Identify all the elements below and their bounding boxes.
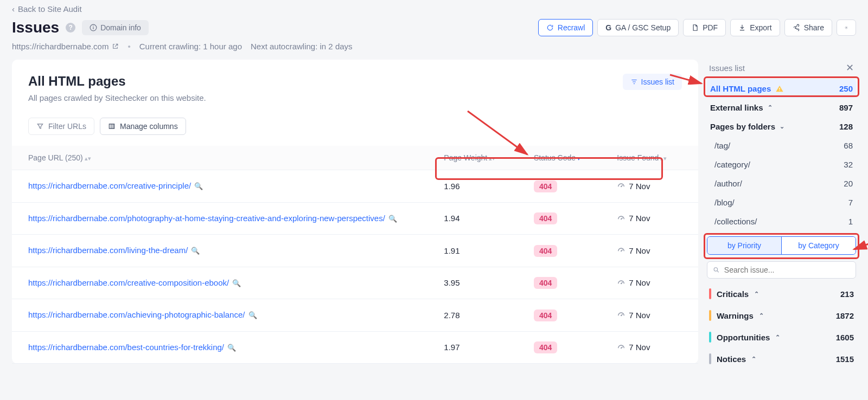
table-row[interactable]: https://richardbernabe.com/achieving-pho… <box>12 299 698 332</box>
col-weight-header[interactable]: Page Weight▴▾ <box>437 146 527 170</box>
side-external-links[interactable]: External links⌃ 897 <box>707 98 856 117</box>
svg-point-18 <box>780 90 780 91</box>
issue-date: 7 Nov <box>629 311 650 320</box>
external-link-icon <box>112 43 119 50</box>
folder-row[interactable]: /category/32 <box>711 155 856 174</box>
folder-row[interactable]: /author/20 <box>711 174 856 193</box>
severity-bar <box>709 332 711 343</box>
severity-bar <box>709 353 711 364</box>
chevron-up-icon: ⌃ <box>754 291 759 298</box>
next-crawl: Next autocrawling: in 2 days <box>251 42 353 51</box>
svg-line-20 <box>717 271 719 273</box>
page-url-link[interactable]: https://richardbernabe.com/creative-prin… <box>28 181 191 190</box>
share-button[interactable]: Share <box>784 19 832 36</box>
search-icon[interactable]: 🔍 <box>232 279 241 287</box>
sort-icon: ▴▾ <box>489 157 495 160</box>
issue-date: 7 Nov <box>629 278 650 287</box>
filter-urls-button[interactable]: Filter URLs <box>28 118 94 135</box>
share-icon <box>793 24 800 31</box>
svg-rect-17 <box>780 88 780 89</box>
side-pages-by-folders[interactable]: Pages by folders⌄ 128 <box>707 117 856 136</box>
back-link[interactable]: ‹ Back to Site Audit <box>12 4 82 14</box>
download-icon <box>738 24 746 31</box>
close-icon[interactable]: ✕ <box>846 62 854 74</box>
svg-point-5 <box>621 186 622 188</box>
seg-by-priority[interactable]: by Priority <box>707 237 781 254</box>
domain-info-button[interactable]: Domain info <box>82 20 149 35</box>
page-weight-cell: 1.97 <box>437 331 527 364</box>
page-weight-cell: 1.94 <box>437 202 527 235</box>
pdf-button[interactable]: PDF <box>683 19 726 36</box>
search-issue-input[interactable] <box>707 261 856 279</box>
chevron-down-icon: ▾ <box>577 157 580 160</box>
severity-row[interactable]: Warnings⌃1872 <box>707 305 856 326</box>
status-badge: 404 <box>534 245 557 257</box>
page-weight-cell: 2.78 <box>437 299 527 332</box>
issue-date: 7 Nov <box>629 214 650 223</box>
side-all-html[interactable]: All HTML pages 250 <box>707 79 856 98</box>
table-row[interactable]: https://richardbernabe.com/creative-comp… <box>12 267 698 299</box>
status-badge: 404 <box>534 309 557 321</box>
settings-button[interactable] <box>837 20 856 36</box>
sort-icon: ▴▾ <box>85 157 91 160</box>
issue-date: 7 Nov <box>629 182 650 191</box>
table-row[interactable]: https://richardbernabe.com/photography-a… <box>12 202 698 235</box>
manage-columns-button[interactable]: Manage columns <box>100 118 186 135</box>
site-url-link[interactable]: https://richardbernabe.com <box>12 42 119 51</box>
search-icon[interactable]: 🔍 <box>191 247 200 255</box>
search-icon[interactable]: 🔍 <box>388 215 397 223</box>
page-url-link[interactable]: https://richardbernabe.com/best-countrie… <box>28 343 224 352</box>
google-icon: G <box>605 23 611 32</box>
page-header: Issues ? Domain info Recrawl G GA / GSC … <box>12 19 856 36</box>
table-row[interactable]: https://richardbernabe.com/best-countrie… <box>12 331 698 364</box>
search-icon[interactable]: 🔍 <box>194 182 203 190</box>
gauge-icon <box>617 343 626 352</box>
status-badge: 404 <box>534 341 557 353</box>
col-status-header[interactable]: Status Code▾ <box>527 146 610 170</box>
col-issue-header[interactable]: Issue Found▴▾ <box>610 146 698 170</box>
side-title: Issues list <box>709 63 745 73</box>
col-url-header[interactable]: Page URL (250)▴▾ <box>12 146 437 170</box>
svg-point-11 <box>621 283 622 284</box>
page-title: Issues <box>12 19 59 36</box>
search-icon[interactable]: 🔍 <box>227 344 236 352</box>
pdf-icon <box>691 24 699 31</box>
table-row[interactable]: https://richardbernabe.com/living-the-dr… <box>12 235 698 267</box>
ga-gsc-button[interactable]: G GA / GSC Setup <box>597 19 679 36</box>
gauge-icon <box>617 311 626 319</box>
seg-by-category[interactable]: by Category <box>781 237 856 254</box>
sort-icon: ▴▾ <box>660 157 667 160</box>
svg-point-7 <box>621 218 622 220</box>
recrawl-button[interactable]: Recrawl <box>538 19 593 36</box>
folder-row[interactable]: /collections/1 <box>711 212 856 231</box>
crawl-status: Current crawling: 1 hour ago <box>139 42 242 51</box>
search-icon[interactable]: 🔍 <box>248 311 257 319</box>
severity-row[interactable]: Notices⌃1515 <box>707 348 856 370</box>
severity-bar <box>709 288 711 299</box>
severity-row[interactable]: Opportunities⌃1605 <box>707 326 856 348</box>
page-url-link[interactable]: https://richardbernabe.com/creative-comp… <box>28 278 229 287</box>
folder-row[interactable]: /tag/68 <box>711 136 856 155</box>
export-button[interactable]: Export <box>730 19 780 36</box>
status-badge: 404 <box>534 180 557 192</box>
table-row[interactable]: https://richardbernabe.com/creative-prin… <box>12 170 698 203</box>
gauge-icon <box>617 246 626 255</box>
help-icon[interactable]: ? <box>66 23 75 33</box>
page-url-link[interactable]: https://richardbernabe.com/achieving-pho… <box>28 310 245 319</box>
svg-rect-1 <box>93 27 94 29</box>
gauge-icon <box>617 214 626 223</box>
folder-row[interactable]: /blog/7 <box>711 193 856 212</box>
gauge-icon <box>617 279 626 287</box>
gear-icon <box>845 24 848 31</box>
issues-list-button[interactable]: Issues list <box>623 74 682 90</box>
page-url-link[interactable]: https://richardbernabe.com/photography-a… <box>28 214 385 223</box>
page-url-link[interactable]: https://richardbernabe.com/living-the-dr… <box>28 246 188 255</box>
search-icon <box>713 266 720 274</box>
search-issue-field[interactable] <box>724 266 850 274</box>
funnel-icon <box>36 122 44 130</box>
svg-point-9 <box>621 251 622 252</box>
svg-point-2 <box>93 25 94 27</box>
chevron-up-icon: ⌃ <box>751 356 756 363</box>
severity-row[interactable]: Criticals⌃213 <box>707 283 856 305</box>
chevron-up-icon: ⌃ <box>775 334 780 341</box>
